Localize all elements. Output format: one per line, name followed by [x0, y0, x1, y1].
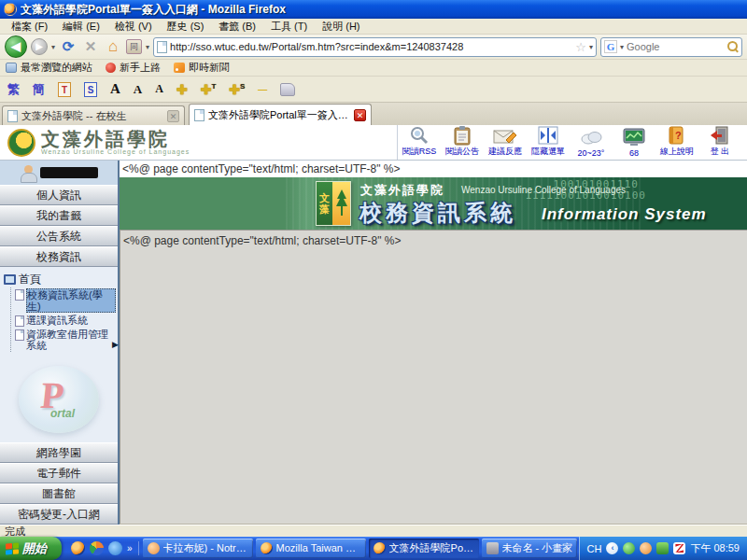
- tree-item-course-selection[interactable]: 選課資訊系統: [11, 314, 116, 328]
- tree-item-resource-room[interactable]: 資源教室借用管理系統: [11, 328, 116, 352]
- action-online-help[interactable]: ? 線上說明: [655, 125, 698, 160]
- quicklaunch-ie-icon[interactable]: [108, 541, 122, 555]
- bookmark-label: 最常瀏覽的網站: [21, 61, 92, 75]
- tray-status-person-icon[interactable]: [656, 542, 669, 554]
- clock: 下午 08:59: [690, 541, 740, 555]
- sidebar-item-email[interactable]: 電子郵件: [0, 463, 118, 483]
- to-simplified-button[interactable]: 簡: [33, 81, 45, 98]
- sidebar-item-change-password[interactable]: 密碼變更-入口網: [0, 504, 118, 525]
- menu-bookmarks[interactable]: 書籤 (B): [211, 19, 263, 35]
- font-small-button[interactable]: A: [155, 82, 163, 96]
- forward-button[interactable]: ▶: [31, 38, 48, 55]
- menu-edit[interactable]: 編輯 (E): [55, 19, 107, 35]
- hand-settings-icon[interactable]: [280, 83, 295, 96]
- action-logout[interactable]: 登 出: [698, 125, 741, 160]
- logout-door-icon: [709, 125, 731, 146]
- add-traditional-button[interactable]: ✚T: [201, 82, 217, 97]
- tree-root-home[interactable]: 首頁: [4, 272, 116, 287]
- home-button[interactable]: ⌂: [104, 37, 122, 56]
- superscript-s: S: [240, 82, 245, 91]
- windows-taskbar: 開始 » 卡拉布妮) - Notre Gr... Mozilla Taiwan …: [0, 537, 747, 560]
- sidebar-item-personal-info[interactable]: 個人資訊: [0, 185, 118, 205]
- google-engine-icon[interactable]: G: [604, 40, 617, 53]
- action-label: 20~23°: [578, 148, 605, 158]
- search-magnifier-icon[interactable]: [727, 41, 739, 52]
- start-button[interactable]: 開始: [0, 537, 62, 560]
- menu-view[interactable]: 檢視 (V): [107, 19, 160, 35]
- task-kalabuni[interactable]: 卡拉布妮) - Notre Gr...: [143, 539, 253, 558]
- font-medium-button[interactable]: A: [134, 82, 142, 97]
- action-system-load[interactable]: 68: [613, 125, 655, 160]
- tab-close-icon[interactable]: ✕: [354, 109, 366, 121]
- quicklaunch-firefox-icon[interactable]: [71, 541, 85, 555]
- document-icon: [15, 289, 24, 301]
- menu-file[interactable]: 檔案 (F): [4, 19, 55, 35]
- system-tray: CH ‹ 下午 08:59: [579, 537, 747, 560]
- task-paint-untitled[interactable]: 未命名 - 小畫家: [482, 539, 578, 558]
- bookmark-most-visited[interactable]: 最常瀏覽的網站: [6, 61, 92, 75]
- school-identity: 文藻外語學院 Wenzao Ursuline College of Langua…: [0, 129, 397, 157]
- reload-button[interactable]: ⟳: [59, 38, 78, 55]
- tray-messenger-icon[interactable]: [623, 542, 635, 554]
- tongwentang-extension-icon[interactable]: 同: [126, 39, 142, 54]
- quicklaunch-media-player-icon[interactable]: [90, 541, 104, 555]
- task-wenzao-portal[interactable]: 文藻外語學院Portal...: [369, 539, 479, 558]
- task-mozilla-taiwan[interactable]: Mozilla Taiwan 討論...: [256, 539, 366, 558]
- menu-tools[interactable]: 工具 (T): [263, 19, 315, 35]
- add-simplified-button[interactable]: ✚S: [229, 82, 245, 97]
- taskbar-tasks: 卡拉布妮) - Notre Gr... Mozilla Taiwan 討論...…: [139, 539, 579, 558]
- language-indicator[interactable]: CH: [587, 543, 602, 554]
- action-hide-menu[interactable]: 隱藏選單: [527, 125, 570, 160]
- url-input[interactable]: [170, 41, 572, 52]
- windows-logo-icon: [6, 542, 19, 554]
- engine-dropdown-icon[interactable]: ▾: [620, 43, 624, 51]
- extension-dropdown-icon[interactable]: ▾: [146, 43, 149, 51]
- add-button[interactable]: ✚: [176, 82, 188, 97]
- task-label: 卡拉布妮) - Notre Gr...: [163, 541, 248, 555]
- tab-portal-sso[interactable]: 文藻外語學院Portal單一簽入入… ✕: [189, 104, 372, 125]
- bookmark-latest-news[interactable]: 即時新聞: [174, 61, 230, 75]
- tab-close-icon[interactable]: ✕: [167, 110, 179, 122]
- font-large-button[interactable]: A: [110, 81, 120, 97]
- bookmark-label: 即時新聞: [189, 61, 230, 75]
- menu-history[interactable]: 歷史 (S): [160, 19, 212, 35]
- clipboard-traditional-button[interactable]: T: [58, 82, 71, 97]
- sidebar-item-school-info[interactable]: 校務資訊: [0, 246, 118, 267]
- tray-collapse-chevron[interactable]: ‹: [606, 542, 618, 554]
- tab-label: 文藻外語學院Portal單一簽入入…: [208, 108, 350, 122]
- bookmark-star-icon[interactable]: ☆: [575, 40, 586, 54]
- sidebar-item-my-bookmarks[interactable]: 我的書籤: [0, 205, 118, 226]
- menu-help[interactable]: 說明 (H): [315, 19, 367, 35]
- action-read-rss[interactable]: 閱讀RSS: [398, 125, 441, 160]
- history-dropdown-icon[interactable]: ▾: [51, 43, 55, 51]
- sidebar-item-library[interactable]: 圖書館: [0, 483, 118, 504]
- portal-logo-text: ortal: [50, 407, 75, 420]
- action-feedback[interactable]: 建議反應: [484, 125, 527, 160]
- tree-item-sis-student[interactable]: 校務資訊系統(學生): [11, 287, 116, 314]
- browser-statusbar: 完成: [0, 525, 747, 537]
- to-traditional-button[interactable]: 繁: [7, 81, 20, 98]
- quicklaunch-overflow-chevron[interactable]: »: [127, 543, 133, 553]
- sidebar-item-announcement-system[interactable]: 公告系統: [0, 226, 118, 246]
- tray-antivirus-icon[interactable]: [673, 542, 685, 554]
- back-button[interactable]: ◀: [5, 35, 27, 58]
- sidebar-item-elearning[interactable]: 網路學園: [0, 442, 118, 463]
- getting-started-icon: [106, 63, 116, 73]
- action-read-announcements[interactable]: 閱讀公告: [441, 125, 484, 160]
- stop-button[interactable]: ✕: [81, 38, 100, 55]
- bookmark-getting-started[interactable]: 新手上路: [106, 61, 161, 75]
- jsp-directive-text-inner: <%@ page contentType="text/html; charset…: [123, 234, 402, 247]
- firefox-icon: [261, 542, 273, 554]
- action-weather[interactable]: 20~23°: [570, 125, 613, 160]
- tray-skype-icon[interactable]: [640, 542, 652, 554]
- clipboard-simplified-button[interactable]: S: [84, 82, 97, 97]
- sidebar-collapse-arrow[interactable]: ▶: [112, 340, 119, 349]
- tab-label: 文藻外語學院 -- 在校生: [21, 109, 163, 123]
- school-info-tree: 首頁 校務資訊系統(學生) 選課資訊系統 資源教室借用管理系統: [0, 267, 118, 356]
- user-name-redacted: [40, 167, 98, 178]
- url-dropdown-icon[interactable]: ▾: [589, 43, 593, 51]
- search-input[interactable]: [627, 41, 725, 52]
- remove-button[interactable]: ─: [258, 82, 267, 97]
- action-label: 登 出: [711, 146, 730, 158]
- tab-wenzao-students[interactable]: 文藻外語學院 -- 在校生 ✕: [2, 105, 185, 125]
